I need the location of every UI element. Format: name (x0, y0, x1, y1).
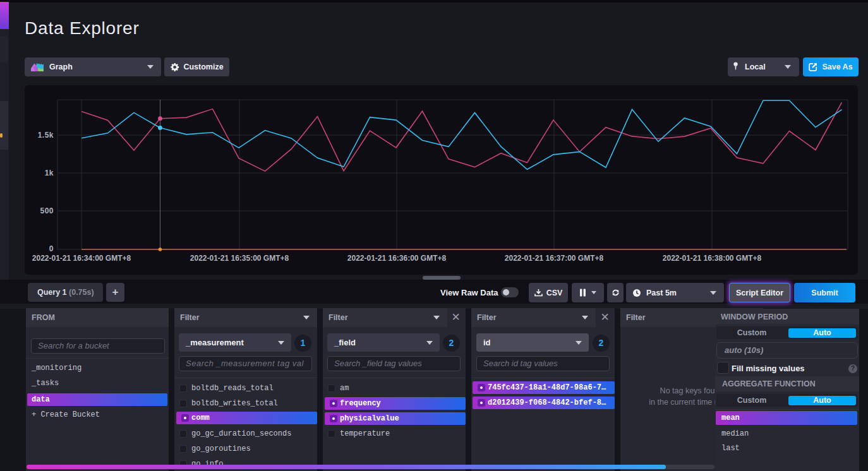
svg-text:2022-01-21 16:35:00 GMT+8: 2022-01-21 16:35:00 GMT+8 (190, 254, 289, 263)
svg-text:500: 500 (40, 206, 54, 215)
svg-text:2022-01-21 16:36:00 GMT+8: 2022-01-21 16:36:00 GMT+8 (347, 254, 447, 263)
svg-text:0: 0 (49, 244, 54, 253)
svg-text:2022-01-21 16:38:00 GMT+8: 2022-01-21 16:38:00 GMT+8 (663, 254, 762, 263)
svg-text:2022-01-21 16:37:00 GMT+8: 2022-01-21 16:37:00 GMT+8 (505, 254, 604, 263)
svg-text:1k: 1k (45, 169, 54, 177)
svg-text:2022-01-21 16:34:00 GMT+8: 2022-01-21 16:34:00 GMT+8 (32, 254, 131, 263)
svg-text:1.5k: 1.5k (38, 131, 54, 140)
